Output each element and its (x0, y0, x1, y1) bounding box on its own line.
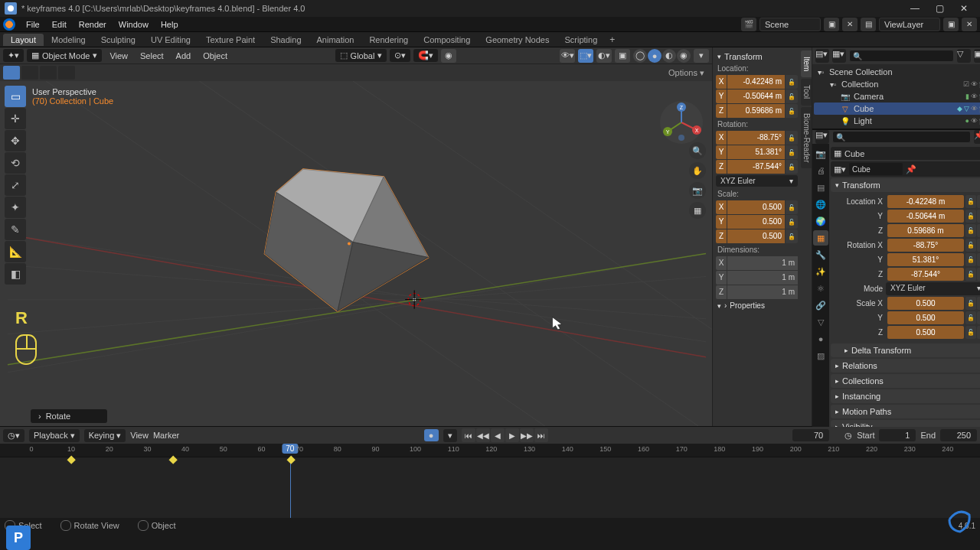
end-frame[interactable]: 250 (940, 429, 977, 441)
ptab-output[interactable]: 🖨 (813, 163, 828, 178)
menu-render[interactable]: Render (73, 20, 113, 29)
n-dim-y[interactable]: 1 m (727, 271, 798, 285)
p-rot-z[interactable]: -87.544° (887, 268, 964, 281)
menu-edit[interactable]: Edit (46, 20, 73, 29)
select-mode-1[interactable] (3, 66, 20, 80)
delete-scene-button[interactable]: ✕ (842, 18, 858, 31)
props-type-dropdown[interactable]: ▤▾ (815, 130, 829, 144)
ptab-viewlayer[interactable]: ▤ (813, 180, 828, 195)
tlmenu-playback[interactable]: Playback ▾ (29, 429, 80, 442)
ptab-particles[interactable]: ✨ (813, 264, 828, 279)
add-workspace-button[interactable]: + (605, 34, 619, 45)
menu-file[interactable]: File (20, 20, 46, 29)
n-dim-x[interactable]: 1 m (727, 256, 798, 270)
photoshop-icon[interactable]: P (6, 526, 31, 550)
npanel-properties-header[interactable]: › Properties (714, 300, 799, 311)
n-rot-z[interactable]: -87.544° (727, 160, 785, 174)
viewport-canvas[interactable]: User Perspective (70) Collection | Cube … (0, 81, 712, 426)
minimize-button[interactable]: — (903, 1, 926, 16)
shade-solid[interactable]: ● (648, 49, 662, 63)
ptab-modifiers[interactable]: 🔧 (813, 247, 828, 262)
lock-icon[interactable]: 🔓 (786, 75, 798, 89)
tab-modeling[interactable]: Modeling (44, 34, 93, 46)
ntab-biome[interactable]: Biome-Reader (801, 107, 812, 168)
shade-material[interactable]: ◐ (662, 49, 676, 63)
tab-uvediting[interactable]: UV Editing (143, 34, 198, 46)
outliner-new-collection[interactable]: ▣ (974, 49, 980, 63)
object-name-input[interactable] (849, 163, 903, 175)
tool-addcube[interactable]: ◧ (5, 263, 26, 285)
tab-sculpting[interactable]: Sculpting (93, 34, 143, 46)
next-key[interactable]: ▶▶ (520, 428, 534, 442)
tool-select[interactable]: ▭ (5, 86, 26, 107)
ptab-material[interactable]: ● (813, 331, 828, 347)
nav-gizmo[interactable]: Y X Z (658, 99, 704, 145)
lock-icon[interactable]: 🔓 (965, 195, 976, 208)
props-search[interactable] (832, 131, 971, 143)
outliner-display-dropdown[interactable]: ▦▾ (832, 49, 846, 63)
tool-rotate[interactable]: ⟲ (5, 152, 26, 174)
n-scl-x[interactable]: 0.500 (727, 200, 785, 214)
maximize-button[interactable]: ▢ (928, 1, 951, 16)
vp-menu-view[interactable]: View (105, 51, 132, 60)
npanel-transform-header[interactable]: Transform (714, 50, 799, 63)
lock-icon[interactable]: 🔓 (786, 215, 798, 229)
outliner-filter[interactable]: ▽ (957, 49, 971, 63)
n-loc-z[interactable]: 0.59686 m (727, 104, 785, 118)
gizmo-button[interactable]: ⬚▾ (578, 49, 593, 63)
pivot-dropdown[interactable]: ⊙▾ (390, 49, 410, 62)
timeline-type-dropdown[interactable]: ◷▾ (3, 429, 24, 442)
ptab-world[interactable]: 🌍 (813, 213, 828, 229)
jump-end[interactable]: ⏭ (534, 428, 548, 442)
tool-move[interactable]: ✥ (5, 130, 26, 151)
p-loc-z[interactable]: 0.59686 m (887, 224, 964, 237)
snap-dropdown[interactable]: 🧲▾ (413, 49, 438, 62)
tool-transform[interactable]: ✦ (5, 197, 26, 218)
ptab-scene[interactable]: 🌐 (813, 197, 828, 212)
vp-menu-select[interactable]: Select (136, 51, 168, 60)
n-scl-y[interactable]: 0.500 (727, 215, 785, 229)
lock-icon[interactable]: 🔓 (786, 89, 798, 103)
shading-dropdown[interactable]: ▾ (694, 49, 709, 63)
ptab-physics[interactable]: ⚛ (813, 281, 828, 296)
n-rot-x[interactable]: -88.75° (727, 131, 785, 145)
autokey-dropdown[interactable]: ▾ (443, 429, 457, 442)
scene-name-input[interactable] (760, 18, 821, 31)
n-rot-y[interactable]: 51.381° (727, 145, 785, 159)
n-scl-z[interactable]: 0.500 (727, 229, 785, 243)
outliner-camera[interactable]: 📷 Camera ▮👁📷 (814, 90, 980, 103)
timeline-body[interactable] (0, 457, 980, 518)
close-button[interactable]: ✕ (952, 1, 975, 16)
tab-geometrynodes[interactable]: Geometry Nodes (478, 34, 557, 46)
p-rot-y[interactable]: 51.381° (887, 253, 964, 266)
start-frame[interactable]: 1 (879, 429, 916, 441)
camera-button[interactable]: 📷 (689, 182, 706, 199)
p-loc-x[interactable]: -0.42248 m (887, 195, 964, 208)
keyframe-icon[interactable]: ◆ (977, 195, 980, 208)
outliner-scene-collection[interactable]: ▾▫ Scene Collection (814, 66, 980, 78)
n-dim-z[interactable]: 1 m (727, 285, 798, 299)
psec-motion[interactable]: Motion Paths (831, 405, 980, 418)
orientation-dropdown[interactable]: ⬚ Global ▾ (335, 49, 387, 62)
ptab-render[interactable]: 📷 (813, 146, 828, 161)
scene-icon[interactable]: 🎬 (741, 18, 756, 31)
psec-collections[interactable]: Collections (831, 374, 980, 388)
ptab-data[interactable]: ▽ (813, 314, 828, 330)
play-reverse[interactable]: ◀ (491, 428, 505, 442)
viewlayer-name-input[interactable] (879, 18, 940, 31)
n-rotation-mode[interactable]: XYZ Euler▾ (716, 175, 798, 187)
psec-relations[interactable]: Relations (831, 359, 980, 373)
select-mode-2[interactable] (21, 66, 38, 80)
select-mode-4[interactable] (58, 66, 75, 80)
lock-icon[interactable]: 🔓 (786, 104, 798, 118)
select-mode-3[interactable] (40, 66, 57, 80)
tlmenu-view[interactable]: View (130, 431, 149, 440)
psec-transform[interactable]: Transform (831, 178, 980, 192)
operator-status[interactable]: Rotate (31, 409, 107, 423)
keyframe-icon[interactable] (169, 456, 178, 464)
tab-compositing[interactable]: Compositing (416, 34, 478, 46)
lock-icon[interactable]: 🔓 (786, 145, 798, 159)
keyframe-icon[interactable] (67, 456, 76, 464)
pin-icon[interactable]: 📌 (906, 164, 916, 174)
lock-icon[interactable]: 🔓 (786, 200, 798, 214)
